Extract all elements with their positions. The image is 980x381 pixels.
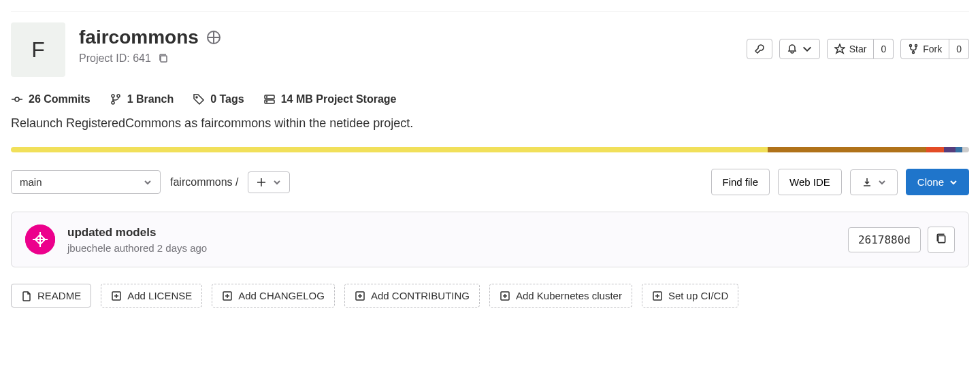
visibility-public-icon xyxy=(207,31,220,44)
file-action-chip[interactable]: Add Kubernetes cluster xyxy=(489,284,632,308)
breadcrumb-name: faircommons xyxy=(170,176,233,188)
svg-point-3 xyxy=(913,52,915,54)
language-segment[interactable] xyxy=(926,147,945,152)
commit-right: 2617880d xyxy=(848,227,955,253)
project-header: F faircommons Project ID: 641 Star 0 For… xyxy=(11,11,969,77)
tags-stat[interactable]: 0 Tags xyxy=(193,93,244,105)
storage-icon xyxy=(263,93,276,105)
file-actions-row: READMEAdd LICENSEAdd CHANGELOGAdd CONTRI… xyxy=(11,284,969,308)
download-button[interactable] xyxy=(850,169,898,195)
clone-label: Clone xyxy=(917,176,944,188)
project-id-text: Project ID: 641 xyxy=(79,52,151,65)
add-to-repo-button[interactable] xyxy=(248,171,290,193)
commit-author-avatar[interactable] xyxy=(25,225,55,254)
title-block: faircommons Project ID: 641 xyxy=(79,22,220,65)
plus-square-icon xyxy=(652,291,663,301)
repo-bar-left: main faircommons / xyxy=(11,170,290,194)
commit-author[interactable]: jbuechele xyxy=(67,242,111,254)
file-action-chip[interactable]: Add CONTRIBUTING xyxy=(344,284,480,308)
copy-icon xyxy=(935,233,947,245)
repo-bar-right: Find file Web IDE Clone xyxy=(711,169,969,195)
file-action-chip[interactable]: Add LICENSE xyxy=(101,284,202,308)
svg-point-7 xyxy=(117,95,120,97)
plus-square-icon xyxy=(222,291,233,301)
plus-icon xyxy=(257,178,266,187)
fork-button-group: Fork 0 xyxy=(900,39,969,59)
commit-info: updated models jbuechele authored 2 days… xyxy=(67,226,207,254)
svg-rect-18 xyxy=(938,235,945,242)
svg-point-8 xyxy=(196,97,197,98)
commit-icon xyxy=(11,93,23,105)
commit-left: updated models jbuechele authored 2 days… xyxy=(25,225,207,254)
copy-id-icon[interactable] xyxy=(158,53,169,64)
commits-text: 26 Commits xyxy=(29,93,91,105)
copy-sha-button[interactable] xyxy=(928,227,955,253)
file-action-chip[interactable]: Add CHANGELOG xyxy=(212,284,335,308)
language-segment[interactable] xyxy=(768,147,926,152)
find-file-button[interactable]: Find file xyxy=(711,169,770,195)
title-line: faircommons xyxy=(79,27,220,48)
svg-rect-0 xyxy=(161,56,167,62)
svg-point-6 xyxy=(112,101,114,104)
svg-point-2 xyxy=(915,45,917,47)
wrench-icon xyxy=(754,44,765,54)
project-stats: 26 Commits 1 Branch 0 Tags 14 MB Project… xyxy=(11,93,969,105)
branch-select[interactable]: main xyxy=(11,170,161,194)
chevron-down-icon xyxy=(144,178,152,186)
file-action-label: README xyxy=(37,290,81,301)
branch-name: main xyxy=(20,176,42,188)
language-bar[interactable] xyxy=(11,147,969,152)
star-count[interactable]: 0 xyxy=(874,39,894,59)
plus-square-icon xyxy=(111,291,122,301)
language-segment[interactable] xyxy=(962,147,969,152)
admin-button[interactable] xyxy=(747,39,772,59)
svg-point-1 xyxy=(910,45,912,47)
commit-meta: jbuechele authored 2 days ago xyxy=(67,242,207,254)
commit-sha[interactable]: 2617880d xyxy=(848,227,921,252)
project-description: Relaunch RegisteredCommons as faircommon… xyxy=(11,116,969,131)
chevron-down-icon xyxy=(273,178,281,186)
header-left: F faircommons Project ID: 641 xyxy=(11,22,220,77)
web-ide-button[interactable]: Web IDE xyxy=(778,169,842,195)
notification-button[interactable] xyxy=(779,39,820,59)
fork-button[interactable]: Fork xyxy=(900,39,949,59)
commits-stat[interactable]: 26 Commits xyxy=(11,93,91,105)
star-button[interactable]: Star xyxy=(827,39,875,59)
tags-text: 0 Tags xyxy=(210,93,244,105)
file-action-chip[interactable]: Set up CI/CD xyxy=(642,284,738,308)
clone-button[interactable]: Clone xyxy=(906,169,969,195)
file-action-label: Set up CI/CD xyxy=(668,290,728,301)
file-action-label: Add LICENSE xyxy=(127,290,192,301)
file-action-label: Add Kubernetes cluster xyxy=(516,290,622,301)
file-action-label: Add CHANGELOG xyxy=(238,290,325,301)
latest-commit-card: updated models jbuechele authored 2 days… xyxy=(11,212,969,267)
language-segment[interactable] xyxy=(956,147,962,152)
download-icon xyxy=(862,177,872,188)
commit-time: 2 days ago xyxy=(157,242,207,254)
tag-icon xyxy=(193,93,205,105)
header-right: Star 0 Fork 0 xyxy=(747,22,969,59)
project-id-line: Project ID: 641 xyxy=(79,52,220,65)
project-name: faircommons xyxy=(79,27,199,48)
bell-icon xyxy=(787,44,798,54)
svg-point-5 xyxy=(112,95,114,97)
breadcrumb[interactable]: faircommons / xyxy=(170,176,238,188)
star-button-group: Star 0 xyxy=(827,39,894,59)
chevron-down-icon xyxy=(802,44,813,54)
chevron-down-icon xyxy=(949,178,958,186)
project-avatar: F xyxy=(11,22,65,77)
file-action-label: Add CONTRIBUTING xyxy=(371,290,470,301)
svg-point-12 xyxy=(266,101,267,102)
branches-text: 1 Branch xyxy=(127,93,174,105)
branches-stat[interactable]: 1 Branch xyxy=(110,93,174,105)
svg-point-11 xyxy=(266,97,267,97)
language-segment[interactable] xyxy=(11,147,768,152)
storage-text: 14 MB Project Storage xyxy=(281,93,397,105)
branch-icon xyxy=(110,93,122,105)
file-icon xyxy=(21,291,32,301)
commit-title[interactable]: updated models xyxy=(67,226,207,239)
fork-count[interactable]: 0 xyxy=(949,39,969,59)
file-action-chip[interactable]: README xyxy=(11,284,91,308)
language-segment[interactable] xyxy=(944,147,956,152)
storage-stat[interactable]: 14 MB Project Storage xyxy=(263,93,397,105)
